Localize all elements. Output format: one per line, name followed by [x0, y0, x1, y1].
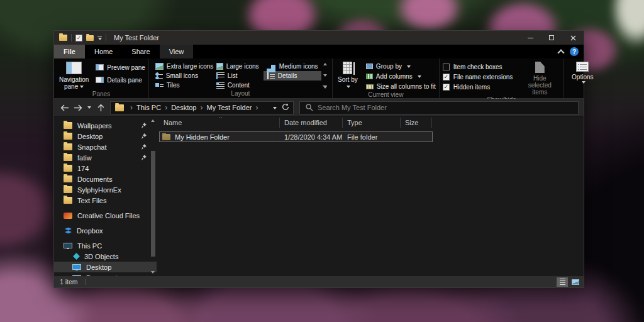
folder-icon [64, 154, 72, 161]
search-box[interactable] [299, 101, 579, 114]
sidebar-item-dropbox[interactable]: Dropbox [54, 225, 157, 236]
layout-option-label: Tiles [167, 82, 180, 89]
maximize-button[interactable] [541, 31, 562, 45]
layout-option-medium-icons[interactable]: Medium icons [264, 62, 321, 71]
sidebar-item-wallpapers[interactable]: Wallpapers [54, 120, 157, 131]
extra-large-icons-icon [155, 63, 164, 70]
options-button[interactable]: Options [567, 60, 597, 84]
current-view-button-add-columns[interactable]: Add columns [366, 72, 436, 81]
breadcrumb-segment-my-test-folder[interactable]: My Test Folder › [206, 103, 262, 112]
properties-quick-button[interactable]: ✓ [75, 35, 82, 42]
button-label: Add columns [376, 73, 413, 80]
file-name: My Hidden Folder [175, 133, 230, 141]
column-header-date-modified[interactable]: Date modified [280, 118, 343, 128]
sidebar-scrollbar[interactable] [150, 118, 156, 275]
add-columns-icon [366, 74, 373, 79]
separator [86, 279, 86, 285]
layout-scroll-up-button[interactable] [323, 63, 327, 65]
sort-by-button[interactable]: Sort by [336, 60, 360, 91]
sidebar-item-label: 3D Objects [84, 253, 118, 260]
sidebar-item-documents[interactable]: Documents [54, 272, 157, 276]
recent-locations-button[interactable] [86, 101, 93, 114]
layout-option-list[interactable]: List [213, 71, 264, 80]
pin-icon [141, 144, 147, 150]
file-row-my-hidden-folder[interactable]: My Hidden Folder 1/28/2020 4:34 AM File … [159, 131, 433, 142]
minimize-ribbon-button[interactable] [558, 48, 564, 55]
creative-cloud-icon [64, 213, 72, 219]
panes-button-details-pane[interactable]: Details pane [96, 75, 145, 84]
layout-option-details[interactable]: Details [264, 71, 321, 80]
checkbox-icon [443, 64, 450, 70]
sidebar-item-fatiw[interactable]: fatiw [54, 152, 157, 163]
layout-option-large-icons[interactable]: Large icons [213, 62, 264, 71]
checkbox-file-name-extensions[interactable]: ✓ File name extensions [443, 72, 513, 81]
breadcrumb-segment-this-pc[interactable]: This PC › [136, 103, 171, 112]
button-label: Group by [376, 63, 402, 70]
breadcrumb-separator: › [252, 103, 262, 112]
column-header-name[interactable]: ^ Name [159, 118, 280, 128]
search-input[interactable] [318, 104, 578, 111]
address-dropdown-button[interactable] [273, 104, 277, 111]
sidebar-item-sylphyhornex[interactable]: SylphyHornEx [54, 184, 157, 195]
refresh-button[interactable] [282, 103, 289, 112]
sidebar-item-snapchat[interactable]: Snapchat [54, 142, 157, 152]
layout-more-button[interactable] [323, 85, 327, 89]
layout-option-small-icons[interactable]: Small icons [152, 71, 213, 80]
minimize-button[interactable] [519, 31, 541, 45]
breadcrumb-segment-desktop[interactable]: Desktop › [171, 103, 206, 112]
checkbox-item-check-boxes[interactable]: Item check boxes [443, 62, 513, 71]
tab-file[interactable]: File [54, 45, 85, 58]
ribbon-group-layout: Extra large icons Small icons Tiles Larg… [149, 58, 333, 98]
details-view-button[interactable] [557, 277, 568, 287]
sidebar-item-this-pc[interactable]: This PC [54, 240, 157, 251]
up-button[interactable] [95, 101, 106, 114]
back-button[interactable] [59, 101, 70, 114]
column-header-size[interactable]: Size [401, 118, 432, 128]
scroll-down-button[interactable] [151, 271, 155, 274]
customize-quick-access-button[interactable] [97, 36, 102, 40]
breadcrumb: This PC › Desktop › My Test Folder › [136, 103, 262, 112]
details-view-icon [267, 72, 275, 79]
forward-button[interactable] [72, 101, 84, 114]
checkbox-hidden-items[interactable]: ✓ Hidden items [443, 82, 513, 91]
sidebar-item-desktop[interactable]: Desktop [54, 131, 157, 142]
column-header-type[interactable]: Type [343, 118, 401, 128]
sidebar-item-label: SylphyHornEx [77, 186, 121, 194]
current-view-button-size-all-columns-to-fit[interactable]: Size all columns to fit [366, 82, 436, 91]
hide-selected-items-button[interactable]: Hide selected items [519, 60, 560, 96]
checkbox-icon: ✓ [443, 74, 450, 80]
address-toolbar: › This PC › Desktop › My Test Folder › [54, 99, 584, 117]
sidebar-item-174[interactable]: 174 [54, 163, 157, 174]
tab-view[interactable]: View [160, 45, 194, 58]
details-view-icon [560, 279, 565, 285]
thumbnails-view-icon [572, 279, 579, 285]
new-folder-quick-button[interactable] [86, 35, 94, 41]
sidebar-item-label: Creative Cloud Files [77, 212, 140, 219]
layout-option-content[interactable]: Content [213, 80, 264, 90]
sidebar-item-desktop[interactable]: Desktop [54, 262, 157, 272]
sidebar-item-3d-objects[interactable]: 3D Objects [54, 251, 157, 262]
close-button[interactable] [562, 31, 584, 45]
layout-option-tiles[interactable]: Tiles [152, 80, 213, 90]
tab-bar-right: ? [558, 45, 584, 58]
current-view-button-group-by[interactable]: Group by [366, 62, 436, 71]
checkbox-label: File name extensions [453, 74, 513, 80]
layout-scroll-down-button[interactable] [323, 74, 327, 77]
scroll-up-button[interactable] [151, 119, 155, 122]
tab-share[interactable]: Share [122, 45, 159, 58]
sidebar-scrollbar-thumb[interactable] [151, 151, 155, 257]
sidebar-item-creative-cloud-files[interactable]: Creative Cloud Files [54, 210, 157, 221]
address-bar[interactable]: › This PC › Desktop › My Test Folder › [110, 101, 294, 114]
tab-home[interactable]: Home [85, 45, 122, 58]
item-count: 1 item [60, 278, 78, 286]
thumbnails-view-button[interactable] [570, 277, 581, 287]
sidebar-item-documents[interactable]: Documents [54, 174, 157, 184]
ribbon: Navigation pane Preview pane Details pan… [54, 58, 584, 99]
documents-doc-icon [72, 275, 81, 277]
up-arrow-icon [97, 104, 104, 112]
panes-button-preview-pane[interactable]: Preview pane [96, 63, 145, 72]
help-button[interactable]: ? [570, 47, 579, 56]
sidebar-item-text-files[interactable]: Text Files [54, 195, 157, 206]
navigation-pane-button[interactable]: Navigation pane [57, 60, 91, 91]
layout-option-extra-large-icons[interactable]: Extra large icons [152, 62, 213, 71]
